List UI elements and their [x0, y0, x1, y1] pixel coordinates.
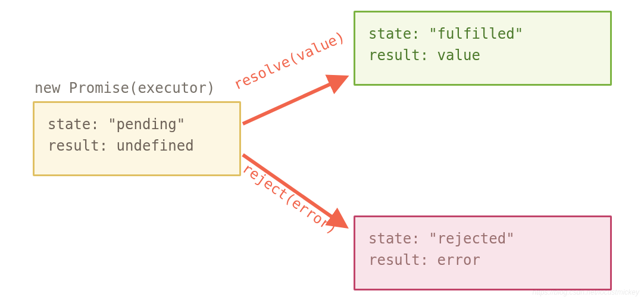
fulfilled-state-label: state:	[368, 26, 420, 42]
pending-state-line: state: "pending"	[48, 114, 226, 135]
reject-arrow	[243, 155, 345, 226]
rejected-state-label: state:	[368, 230, 420, 247]
pending-result-line: result: undefined	[48, 135, 226, 157]
pending-result-value: undefined	[117, 138, 194, 154]
fulfilled-result-value: value	[437, 47, 480, 64]
reject-arrow-label: reject(error)	[238, 158, 342, 239]
pending-state-value: "pending"	[108, 116, 185, 133]
rejected-state-line: state: "rejected"	[368, 228, 597, 249]
fulfilled-state-value: "fulfilled"	[429, 26, 523, 42]
watermark-text: https://blog.csdn.net/locustmickey	[533, 287, 639, 298]
pending-result-label: result:	[48, 138, 108, 154]
state-box-fulfilled: state: "fulfilled" result: value	[354, 11, 612, 86]
pending-caption: new Promise(executor)	[35, 77, 215, 99]
fulfilled-result-line: result: value	[368, 45, 597, 66]
rejected-result-label: result:	[368, 252, 429, 268]
resolve-arrow-label: resolve(value)	[230, 26, 349, 96]
rejected-state-value: "rejected"	[429, 230, 515, 247]
state-box-pending: state: "pending" result: undefined	[33, 101, 241, 176]
fulfilled-result-label: result:	[368, 47, 429, 64]
rejected-result-line: result: error	[368, 249, 597, 271]
rejected-result-value: error	[437, 252, 480, 268]
resolve-arrow	[243, 77, 345, 124]
pending-state-label: state:	[48, 116, 99, 133]
state-box-rejected: state: "rejected" result: error	[354, 215, 612, 290]
fulfilled-state-line: state: "fulfilled"	[368, 23, 597, 45]
